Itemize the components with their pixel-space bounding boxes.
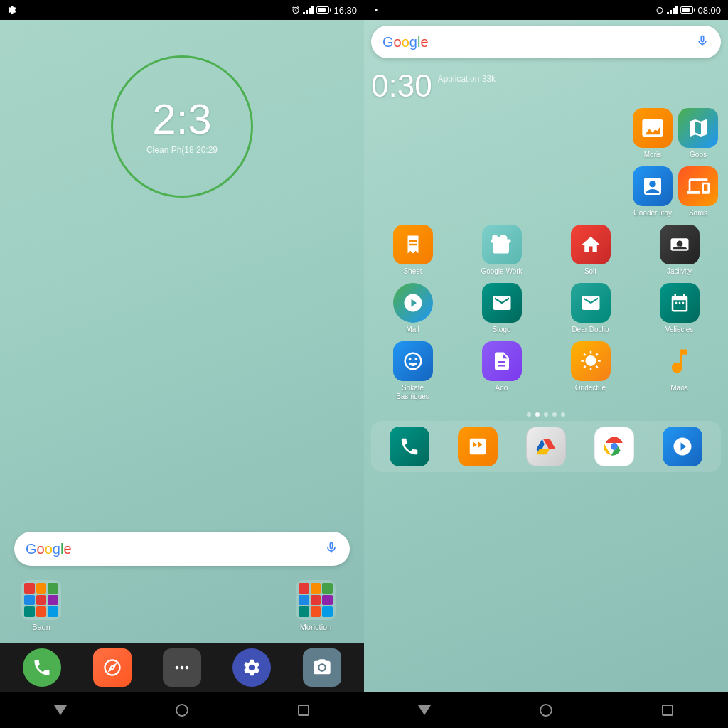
page-dot-3[interactable] — [544, 412, 548, 417]
app-jaclivity-label: Jaclivity — [667, 267, 692, 276]
app-icon-gops — [678, 108, 718, 148]
app-maos[interactable]: Maos — [638, 341, 721, 401]
home-clock-row: 0:30 Application 33k — [371, 68, 721, 104]
right-phone: 08:00 Google 0:30 Application 33k — [364, 0, 728, 728]
app-moris[interactable]: Moris — [633, 108, 673, 159]
app-dear-doclip[interactable]: Dear Doclip — [549, 283, 632, 334]
app-icon-sheet — [393, 225, 433, 264]
signal-icon-right — [667, 6, 678, 14]
app-jaclivity[interactable]: Jaclivity — [638, 225, 721, 276]
nav-back-right[interactable] — [414, 700, 435, 721]
app-icon-ado — [482, 341, 522, 381]
dock-chrome-right[interactable] — [594, 427, 634, 466]
app-icon-dear-doclip — [571, 283, 611, 323]
app-ado[interactable]: Ado — [460, 341, 543, 401]
app-srikate-label: Srikate Bashiques — [390, 384, 436, 401]
status-bar-left: 16:30 — [0, 0, 364, 20]
page-dot-5[interactable] — [561, 412, 565, 417]
folder-grid-baon — [21, 580, 61, 620]
dock-icon-slides — [458, 427, 498, 466]
app-icon-maos — [660, 341, 700, 381]
app-icon-moris — [633, 108, 673, 148]
nav-home-left[interactable] — [171, 700, 193, 721]
app-srikate[interactable]: Srikate Bashiques — [371, 341, 454, 401]
mic-icon-right[interactable] — [695, 33, 710, 51]
page-dot-4[interactable] — [552, 412, 557, 417]
mic-icon-left[interactable] — [324, 540, 338, 558]
status-icons-left — [7, 5, 17, 15]
app-veliecles[interactable]: Veliecles — [638, 283, 721, 334]
app-gops[interactable]: Gops — [678, 108, 718, 159]
app-icon-srikate — [393, 341, 433, 381]
nav-back-left[interactable] — [50, 700, 71, 721]
app-gooder-litay[interactable]: Gooder litay — [633, 166, 673, 218]
app-icon-google-work — [482, 225, 522, 264]
app-count: Application 33k — [438, 74, 496, 84]
folder-moriction[interactable]: Moriction — [296, 580, 336, 631]
app-stogo[interactable]: Stogo — [460, 283, 543, 334]
dock-settings[interactable] — [232, 648, 271, 687]
lock-screen: 2:3 Clean Ph(18 20:29 Google — [0, 20, 364, 643]
app-icon-stogo — [482, 283, 522, 323]
apps-row5: Srikate Bashiques Ado Oridectue — [371, 341, 721, 401]
google-search-bar-left[interactable]: Google — [14, 532, 350, 566]
page-dot-2[interactable] — [535, 412, 540, 417]
app-icon-jaclivity — [660, 225, 700, 264]
app-soit-label: Soit — [584, 267, 596, 276]
app-icon-veliecles — [660, 283, 700, 323]
app-soros[interactable]: Soros — [678, 166, 718, 218]
app-icon-gooder — [633, 166, 673, 206]
nav-recents-left[interactable] — [293, 700, 314, 721]
home-screen: Google 0:30 Application 33k Moris — [364, 20, 728, 692]
app-stogo-label: Stogo — [492, 326, 510, 334]
apps-row2: Gooder litay Soros — [371, 166, 721, 218]
left-phone: 16:30 2:3 Clean Ph(18 20:29 Google — [0, 0, 364, 728]
clock-circle: 2:3 Clean Ph(18 20:29 — [111, 55, 253, 198]
app-oridectue-label: Oridectue — [575, 384, 606, 392]
page-dot-1[interactable] — [527, 412, 531, 417]
app-veliecles-label: Veliecles — [665, 326, 693, 334]
status-time-left: 16:30 — [333, 5, 357, 16]
app-google-work[interactable]: Google Work — [460, 225, 543, 276]
app-gops-label: Gops — [690, 151, 707, 159]
nav-home-right[interactable] — [535, 700, 557, 721]
apps-row3: Sheet Google Work Soit — [371, 225, 721, 276]
status-icons-right — [291, 6, 329, 14]
home-screen-content: Google 0:30 Application 33k Moris — [364, 20, 728, 692]
app-sheet[interactable]: Sheet — [371, 225, 454, 276]
clock-time: 2:3 — [152, 98, 211, 141]
app-mail[interactable]: Mail — [371, 283, 454, 334]
svg-point-1 — [375, 9, 378, 11]
app-oridectue[interactable]: Oridectue — [549, 341, 632, 401]
clock-subtitle: Clean Ph(18 20:29 — [146, 145, 218, 155]
nav-bar-right — [364, 692, 728, 728]
alarm-icon — [291, 6, 300, 14]
dock-compass[interactable] — [93, 648, 132, 687]
dock-camera[interactable] — [303, 648, 341, 687]
apps-row1: Moris Gops — [371, 108, 721, 159]
app-soit[interactable]: Soit — [549, 225, 632, 276]
dock-slides-right[interactable] — [458, 427, 498, 466]
app-moris-label: Moris — [644, 151, 661, 159]
dock-phone-right[interactable] — [390, 427, 429, 466]
dock-drive-right[interactable] — [526, 427, 566, 466]
app-dear-doclip-label: Dear Doclip — [572, 326, 609, 334]
nav-recents-right[interactable] — [657, 700, 678, 721]
dock-phone[interactable] — [23, 648, 61, 687]
app-google-work-label: Google Work — [481, 267, 522, 276]
app-icon-soros — [678, 166, 718, 206]
dock-icon-phone-right — [390, 427, 429, 466]
home-clock: 0:30 — [371, 68, 432, 104]
folder-baon[interactable]: Baon — [21, 580, 61, 631]
settings-icon-small-right — [371, 5, 381, 15]
dock-apps[interactable] — [163, 648, 201, 687]
status-time-right: 08:00 — [697, 5, 721, 16]
settings-icon-small — [7, 5, 17, 15]
battery-icon — [316, 6, 329, 14]
alarm-icon-right — [655, 6, 664, 14]
google-search-bar-right[interactable]: Google — [371, 26, 721, 58]
app-sheet-label: Sheet — [403, 267, 422, 276]
dock-appstore-right[interactable] — [663, 427, 702, 466]
status-bar-right: 08:00 — [364, 0, 728, 20]
google-logo-left: Google — [26, 541, 324, 557]
